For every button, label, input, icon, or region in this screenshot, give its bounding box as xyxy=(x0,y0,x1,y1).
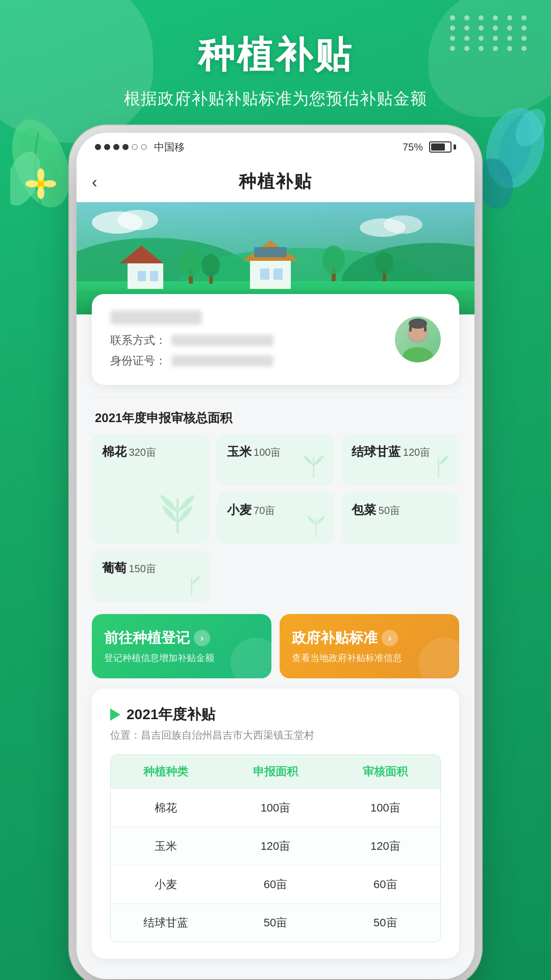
table-cell-0-2: 100亩 xyxy=(331,789,440,827)
table-row: 玉米120亩120亩 xyxy=(111,827,440,865)
id-label: 身份证号： xyxy=(110,353,166,369)
user-name-blur xyxy=(110,310,202,325)
signal-dot-5 xyxy=(132,144,138,150)
svg-point-41 xyxy=(403,347,433,362)
status-right: 75% xyxy=(403,141,456,153)
contact-label: 联系方式： xyxy=(110,333,166,348)
leaf-left-icon xyxy=(10,112,71,214)
crop-name-0: 棉花 xyxy=(102,445,127,458)
header-area: 种植补贴 根据政府补贴补贴标准为您预估补贴金额 xyxy=(0,31,551,110)
crop-name-3: 小麦 xyxy=(227,503,252,517)
table-cell-0-1: 100亩 xyxy=(220,789,330,827)
leaf-right-icon xyxy=(474,102,546,214)
table-cell-0-0: 棉花 xyxy=(111,789,220,827)
standard-button[interactable]: 政府补贴标准 › 查看当地政府补贴标准信息 xyxy=(280,614,459,678)
table-row: 小麦60亩60亩 xyxy=(111,865,440,903)
table-cell-3-0: 结球甘蓝 xyxy=(111,904,220,942)
action-row: 前往种植登记 › 登记种植信息增加补贴金额 政府补贴标准 › 查看当地政府补贴标… xyxy=(92,614,459,678)
table-header-col-1: 申报面积 xyxy=(220,755,330,789)
subsidy-title: 2021年度补贴 xyxy=(127,705,215,724)
svg-point-8 xyxy=(37,168,44,181)
table-cell-1-0: 玉米 xyxy=(111,827,220,865)
table-cell-2-1: 60亩 xyxy=(220,866,330,903)
table-body: 棉花100亩100亩玉米120亩120亩小麦60亩60亩结球甘蓝50亩50亩 xyxy=(111,789,440,942)
svg-point-29 xyxy=(180,248,202,277)
nav-bar: ‹ 种植补贴 xyxy=(77,161,474,202)
main-title: 种植补贴 xyxy=(0,31,551,80)
location-label: 位置： xyxy=(110,729,141,741)
crop-card-baocai: 包菜 50亩 xyxy=(341,493,459,544)
table-row: 结球甘蓝50亩50亩 xyxy=(111,903,440,942)
svg-point-37 xyxy=(117,210,158,230)
table-cell-2-2: 60亩 xyxy=(331,866,440,903)
phone-frame: 中国移 75% ‹ 种植补贴 xyxy=(77,133,474,979)
table-header-col-2: 审核面积 xyxy=(331,755,440,789)
svg-rect-22 xyxy=(150,271,158,281)
user-id: 身份证号： xyxy=(110,353,383,369)
crop-name-5: 葡萄 xyxy=(102,561,127,575)
crop-card-xiaomai: 小麦 70亩 xyxy=(217,493,335,544)
subsidy-card: 2021年度补贴 位置：昌吉回族自治州昌吉市大西渠镇玉堂村 种植种类 申报面积 … xyxy=(92,689,459,959)
status-bar: 中国移 75% xyxy=(77,133,474,161)
svg-rect-45 xyxy=(424,326,427,332)
crop-grid: 棉花 320亩 玉米 100亩 xyxy=(92,434,459,602)
svg-point-33 xyxy=(322,246,345,274)
register-button[interactable]: 前往种植登记 › 登记种植信息增加补贴金额 xyxy=(92,614,271,678)
standard-arrow: › xyxy=(382,630,398,646)
content-area: 联系方式： 身份证号： xyxy=(77,294,474,979)
crop-card-putao: 葡萄 150亩 xyxy=(92,551,210,602)
status-left: 中国移 xyxy=(95,140,185,154)
table-cell-3-1: 50亩 xyxy=(220,904,330,942)
crop-name-2: 结球甘蓝 xyxy=(352,445,400,458)
divider-1 xyxy=(92,397,459,398)
svg-point-10 xyxy=(26,180,38,187)
table-row: 棉花100亩100亩 xyxy=(111,789,440,827)
avatar xyxy=(395,316,441,362)
contact-value-blur xyxy=(171,335,273,346)
crop-area-4: 50亩 xyxy=(379,505,400,516)
user-card: 联系方式： 身份证号： xyxy=(92,294,459,385)
crop-area-1: 100亩 xyxy=(254,447,281,458)
crop-card-yumi: 玉米 100亩 xyxy=(217,434,335,485)
table-cell-2-0: 小麦 xyxy=(111,866,220,903)
register-title: 前往种植登记 › xyxy=(104,628,259,648)
subsidy-header: 2021年度补贴 xyxy=(110,705,441,724)
table-header: 种植种类 申报面积 审核面积 xyxy=(111,755,440,789)
svg-rect-27 xyxy=(254,247,287,257)
register-arrow: › xyxy=(194,630,210,646)
signal-dot-2 xyxy=(104,144,110,150)
id-value-blur xyxy=(171,355,273,366)
user-info: 联系方式： 身份证号： xyxy=(110,310,383,369)
standard-title: 政府补贴标准 › xyxy=(292,628,447,648)
back-button[interactable]: ‹ xyxy=(92,173,97,191)
svg-point-9 xyxy=(37,187,44,199)
svg-rect-25 xyxy=(260,268,269,280)
table-cell-1-2: 120亩 xyxy=(331,827,440,865)
crop-area-2: 120亩 xyxy=(403,447,430,458)
svg-rect-23 xyxy=(250,261,291,289)
signal-dot-6 xyxy=(141,144,147,150)
battery-percent: 75% xyxy=(403,141,423,153)
crop-area-0: 320亩 xyxy=(129,447,156,458)
crop-card-jieqiuganlv: 结球甘蓝 120亩 xyxy=(341,434,459,485)
svg-point-39 xyxy=(384,215,422,234)
subsidy-table: 种植种类 申报面积 审核面积 棉花100亩100亩玉米120亩120亩小麦60亩… xyxy=(110,754,441,942)
carrier-text: 中国移 xyxy=(154,140,185,154)
sub-title: 根据政府补贴补贴标准为您预估补贴金额 xyxy=(0,88,551,110)
signal-dot-4 xyxy=(122,144,129,150)
triangle-icon xyxy=(110,708,120,721)
flower-left-icon xyxy=(26,168,56,199)
crop-name-1: 玉米 xyxy=(227,445,252,458)
svg-rect-44 xyxy=(409,326,412,332)
table-cell-1-1: 120亩 xyxy=(220,827,330,865)
nav-title: 种植补贴 xyxy=(239,170,312,193)
battery-icon xyxy=(429,141,456,153)
crop-name-4: 包菜 xyxy=(352,503,376,517)
user-contact: 联系方式： xyxy=(110,333,383,348)
subsidy-location: 位置：昌吉回族自治州昌吉市大西渠镇玉堂村 xyxy=(110,728,441,742)
svg-rect-26 xyxy=(273,268,283,280)
table-header-col-0: 种植种类 xyxy=(111,755,220,789)
table-cell-3-2: 50亩 xyxy=(331,904,440,942)
svg-rect-21 xyxy=(138,271,146,281)
svg-point-35 xyxy=(375,252,393,274)
